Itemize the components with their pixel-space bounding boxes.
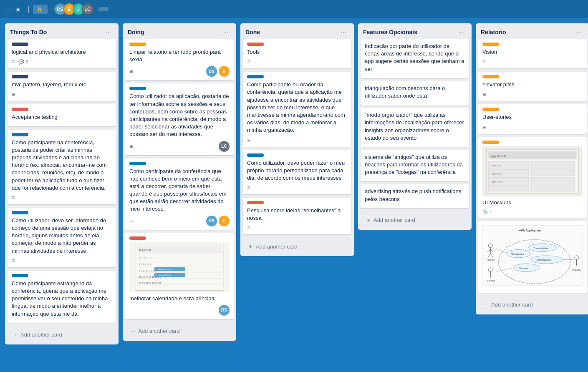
card-r2[interactable]: elevator pitch≡ (478, 72, 587, 101)
column-menu-button[interactable]: ··· (221, 28, 231, 37)
member-avatar-lc[interactable]: LC (82, 3, 93, 15)
add-card-button[interactable]: ＋Add another card (8, 328, 116, 342)
card-footer: ≡DSE (129, 216, 230, 226)
card-c1[interactable]: logical and physical architeture≡💬 2 (8, 39, 116, 68)
card-d4[interactable]: « April » M T W T F S S 1 2 3 4 5 6 7 8 … (125, 233, 234, 319)
svg-text:• item three: • item three (490, 180, 502, 183)
card-text: Indicação por parte do utilizador de cer… (365, 43, 465, 73)
card-footer: 📎 1 (482, 209, 583, 214)
card-f4[interactable]: sistema de "amigos" que utiliza os beaco… (361, 150, 469, 181)
card-footer: ≡💬 2 (12, 58, 112, 65)
card-avatar-ds[interactable]: DS (206, 216, 217, 226)
svg-text:Organizer: Organizer (572, 269, 581, 271)
card-dn2[interactable]: Como participante ou orador da conferênc… (243, 72, 351, 146)
card-text: Vision (482, 48, 583, 56)
svg-text:Create schedule: Create schedule (534, 247, 548, 249)
card-r4[interactable]: app sketch • item one • item two • item … (478, 137, 587, 218)
card-r1[interactable]: Vision≡ (478, 39, 587, 68)
description-icon: ≡ (129, 68, 133, 75)
column-menu-button[interactable]: ··· (103, 28, 114, 37)
card-member-avatars: DSE (206, 216, 230, 226)
svg-text:Speaker: Speaker (487, 280, 495, 282)
card-c5[interactable]: Como utilizador, devo ser informado do c… (8, 208, 116, 267)
add-card-button[interactable]: ＋Add another card (361, 213, 469, 227)
column-menu-button[interactable]: ··· (574, 28, 584, 37)
column-menu-button[interactable]: ··· (338, 28, 349, 37)
svg-text:View map: View map (519, 267, 528, 269)
card-avatar-ds[interactable]: DS (206, 66, 217, 77)
card-d1[interactable]: Limpar relatorio e ter tudo pronto para … (125, 39, 234, 80)
card-meta-icons: 📎 1 (482, 209, 492, 214)
card-label (129, 87, 146, 90)
add-card-label: Add another card (20, 332, 62, 338)
card-footer: ≡ (482, 58, 583, 65)
column-menu-button[interactable]: ··· (456, 28, 467, 37)
card-f1[interactable]: Indicação por parte do utilizador de cer… (361, 39, 469, 78)
cards-list: Limpar relatorio e ter tudo pronto para … (123, 39, 236, 322)
card-meta-icons: ≡ (12, 91, 15, 98)
column-header: Doing··· (123, 23, 236, 39)
description-icon: ≡ (247, 58, 250, 65)
card-footer: ≡ (12, 91, 112, 98)
card-member-avatars: DSE (206, 66, 230, 77)
card-text: elevator pitch (482, 81, 583, 88)
card-label (12, 274, 28, 277)
svg-text:View sessions: View sessions (511, 253, 524, 255)
card-meta-icons: ≡ (247, 184, 250, 191)
card-avatar-e[interactable]: E (219, 216, 230, 226)
card-label (247, 153, 264, 157)
card-dn4[interactable]: Pesquisa sobre ideias "semelhantes" à no… (243, 198, 351, 234)
svg-text:• item two: • item two (490, 172, 501, 175)
add-card-button[interactable]: ＋Add another card (243, 239, 351, 254)
card-meta-icons: ≡ (129, 218, 133, 224)
card-footer: ≡LC (129, 141, 230, 152)
card-label (12, 133, 28, 136)
card-f3[interactable]: "modo organizador" que utiliza as inform… (361, 108, 469, 147)
card-avatar-lc[interactable]: LC (219, 141, 230, 152)
description-icon: ≡ (12, 91, 15, 98)
card-d3[interactable]: Como participante da conferência que não… (125, 158, 234, 230)
column-title: Done (245, 29, 260, 35)
card-avatar-ds[interactable]: DS (219, 305, 230, 316)
card-label (482, 75, 499, 78)
svg-rect-23 (530, 177, 575, 191)
add-card-label: Add another card (256, 244, 298, 250)
card-r5[interactable]: HMA Application Attendee Speaker View se… (478, 221, 587, 293)
app-header: ★ | 🔒 DSEJLC (0, 0, 588, 18)
star-icon[interactable]: ★ (15, 5, 21, 13)
card-label (129, 236, 146, 240)
card-text: Como utilizador, devo poder fazer o meu … (247, 159, 347, 182)
card-f5[interactable]: advertising através de push notification… (361, 184, 469, 208)
card-text: Tools (247, 48, 347, 56)
plus-icon: ＋ (483, 301, 489, 309)
svg-text:1   2   3   4   5   6   7: 1 2 3 4 5 6 7 (139, 263, 152, 266)
card-c2[interactable]: mvc pattern, layered, redux etc≡ (8, 72, 116, 101)
svg-text:• item one: • item one (490, 164, 501, 167)
card-d2[interactable]: Como utilizador da aplicação, gostaria d… (125, 83, 234, 155)
card-text: melhorar calendario e ecra principal (129, 295, 230, 302)
invite-button[interactable] (98, 7, 109, 11)
svg-text:Get notifications: Get notifications (537, 259, 551, 261)
member-avatars: DSEJLC (54, 3, 93, 15)
card-label (247, 201, 264, 204)
app-logo[interactable] (5, 8, 12, 11)
plus-icon: ＋ (13, 331, 18, 339)
add-card-button[interactable]: ＋Add another card (125, 324, 234, 338)
privacy-button[interactable]: 🔒 (33, 5, 48, 14)
column-header: Relatorio··· (476, 23, 588, 39)
card-c3[interactable]: Acceptance testing (8, 104, 116, 126)
card-label (247, 43, 264, 46)
column-title: Things To Do (10, 29, 47, 35)
card-r3[interactable]: User-stories≡ (478, 104, 587, 133)
card-dn1[interactable]: Tools≡ (243, 39, 351, 68)
card-text: Como utilizador da aplicação, gostaria d… (129, 93, 230, 138)
card-dn3[interactable]: Como utilizador, devo poder fazer o meu … (243, 150, 351, 195)
card-f2[interactable]: triangulação com beacons para o utilizad… (361, 81, 469, 105)
card-avatar-e[interactable]: E (219, 66, 230, 77)
card-footer: ≡ (247, 58, 347, 65)
card-label (12, 75, 28, 78)
svg-text:M  T  W  T  F  S  S: M T W T F S S (139, 256, 154, 259)
add-card-button[interactable]: ＋Add another card (478, 298, 587, 312)
card-c6[interactable]: Como participante estrangeiro da conferê… (8, 271, 116, 323)
card-c4[interactable]: Como participante na conferência, gostar… (8, 130, 116, 204)
